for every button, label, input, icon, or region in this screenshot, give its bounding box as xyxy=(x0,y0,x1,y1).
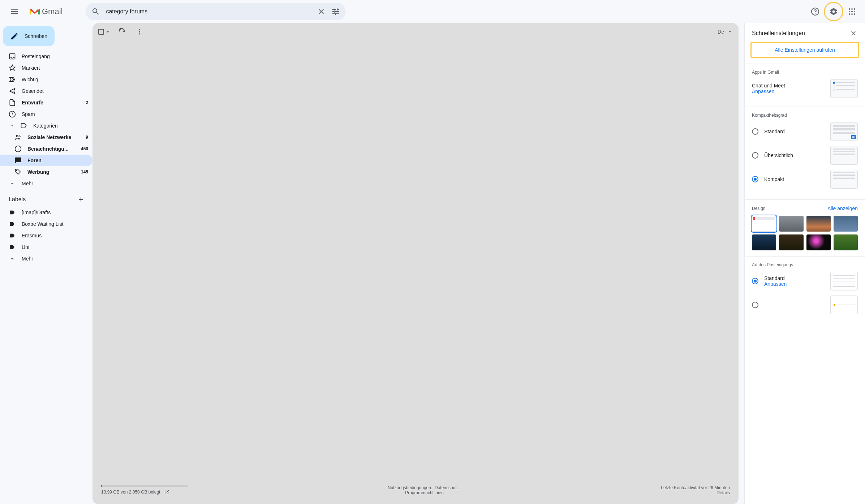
svg-point-2 xyxy=(815,13,815,14)
svg-point-10 xyxy=(851,13,853,15)
sidebar-item-important[interactable]: Wichtig xyxy=(0,74,92,85)
sidebar-item-more[interactable]: Mehr xyxy=(0,178,92,189)
theme-option[interactable] xyxy=(779,216,803,232)
tune-icon xyxy=(331,7,340,16)
theme-option[interactable] xyxy=(806,216,831,232)
tag-icon xyxy=(14,168,22,176)
compose-label: Schreiben xyxy=(25,33,47,39)
gmail-logo[interactable]: Gmail xyxy=(26,7,65,16)
density-standard-thumb: ▦ xyxy=(830,122,858,141)
label-text: Uni xyxy=(22,244,88,250)
radio-icon xyxy=(752,302,758,308)
sidebar-item-label: Entwürfe xyxy=(22,100,80,105)
theme-default[interactable] xyxy=(752,216,776,232)
close-icon xyxy=(317,7,326,16)
header: Gmail xyxy=(0,0,865,23)
sidebar-item-label: Mehr xyxy=(22,256,88,262)
label-item[interactable]: [Imap]/Drafts xyxy=(0,207,92,218)
settings-button[interactable] xyxy=(827,5,840,18)
inbox-standard-option[interactable]: Standard Anpassen xyxy=(752,272,858,290)
svg-point-17 xyxy=(16,170,17,171)
theme-option[interactable] xyxy=(834,216,858,232)
svg-point-9 xyxy=(849,13,850,15)
search-options-button[interactable] xyxy=(328,4,343,19)
design-section-title: Design xyxy=(752,206,765,211)
drafts-icon xyxy=(9,99,16,106)
hamburger-icon xyxy=(10,7,19,16)
label-item[interactable]: Uni xyxy=(0,241,92,253)
sidebar-item-label: Wichtig xyxy=(22,77,88,82)
show-all-themes-link[interactable]: Alle anzeigen xyxy=(827,206,858,211)
label-text: Boxbe Waiting List xyxy=(22,221,88,227)
main-content: De 13,99 GB von 2.050 GB belegt Nut xyxy=(92,23,739,504)
search-button[interactable] xyxy=(89,4,103,19)
label-icon xyxy=(9,244,16,251)
compose-button[interactable]: Schreiben xyxy=(3,26,55,46)
radio-icon xyxy=(752,128,758,135)
density-compact-label: Kompakt xyxy=(764,176,825,182)
sidebar-item-label: Werbung xyxy=(27,169,75,175)
inbox-important-first-option[interactable] xyxy=(752,296,858,314)
theme-grid xyxy=(752,216,858,250)
svg-point-7 xyxy=(851,11,853,12)
sidebar-item-starred[interactable]: Markiert xyxy=(0,62,92,74)
clear-search-button[interactable] xyxy=(314,4,328,19)
sidebar-item-promotions[interactable]: Werbung 145 xyxy=(0,166,92,178)
inbox-standard-thumb xyxy=(830,272,858,290)
density-comfortable-option[interactable]: Übersichtlich xyxy=(752,146,858,165)
chevron-down-icon xyxy=(9,180,16,187)
labels-header: Labels xyxy=(0,189,92,207)
sidebar-item-forums[interactable]: Foren xyxy=(0,155,92,166)
search-icon xyxy=(91,7,100,16)
sidebar-item-spam[interactable]: Spam xyxy=(0,108,92,120)
add-label-button[interactable] xyxy=(75,194,87,205)
inbox-customize-link[interactable]: Anpassen xyxy=(764,281,825,287)
customize-chat-link[interactable]: Anpassen xyxy=(752,89,785,94)
star-icon xyxy=(9,64,16,72)
main-menu-button[interactable] xyxy=(6,3,23,20)
sidebar-item-social[interactable]: Soziale Netzwerke 9 xyxy=(0,132,92,143)
sidebar-item-updates[interactable]: Benachrichtigu... 450 xyxy=(0,143,92,155)
sidebar-item-label: Markiert xyxy=(22,65,88,71)
theme-option[interactable] xyxy=(834,234,858,250)
sidebar-item-label: Gesendet xyxy=(22,88,88,94)
spam-icon xyxy=(9,111,16,118)
sidebar-item-sent[interactable]: Gesendet xyxy=(0,85,92,97)
plus-icon xyxy=(77,196,85,203)
quick-settings-panel: Schnelleinstellungen Alle Einstellungen … xyxy=(744,23,865,504)
close-settings-button[interactable] xyxy=(849,29,858,38)
theme-option[interactable] xyxy=(752,234,776,250)
pencil-icon xyxy=(10,32,19,40)
sidebar-item-label: Soziale Netzwerke xyxy=(27,134,80,140)
labels-title: Labels xyxy=(9,196,26,203)
close-icon xyxy=(850,30,857,37)
apps-button[interactable] xyxy=(845,4,859,19)
search-bar xyxy=(86,3,346,20)
sidebar-item-categories[interactable]: Kategorien xyxy=(0,120,92,132)
density-compact-thumb xyxy=(830,170,858,189)
theme-option[interactable] xyxy=(779,234,803,250)
sidebar-item-inbox[interactable]: Posteingang xyxy=(0,51,92,62)
support-button[interactable] xyxy=(808,4,822,19)
label-icon xyxy=(9,220,16,228)
dim-overlay xyxy=(92,23,739,504)
settings-title: Schnelleinstellungen xyxy=(752,30,805,36)
all-settings-button[interactable]: Alle Einstellungen aufrufen xyxy=(750,42,859,58)
search-input[interactable] xyxy=(103,8,314,15)
density-standard-label: Standard xyxy=(764,129,825,134)
label-item[interactable]: Erasmus xyxy=(0,230,92,241)
sidebar-item-drafts[interactable]: Entwürfe 2 xyxy=(0,97,92,108)
gear-icon xyxy=(829,7,838,16)
tag-icon xyxy=(20,122,27,129)
svg-point-4 xyxy=(851,8,853,10)
density-standard-option[interactable]: Standard ▦ xyxy=(752,122,858,141)
label-item[interactable]: Boxbe Waiting List xyxy=(0,218,92,230)
settings-button-highlight xyxy=(824,2,843,21)
density-compact-option[interactable]: Kompakt xyxy=(752,170,858,189)
gmail-icon xyxy=(29,7,40,16)
important-icon xyxy=(9,76,16,83)
sidebar-item-label: Mehr xyxy=(22,181,88,186)
social-count: 9 xyxy=(86,135,88,140)
labels-more[interactable]: Mehr xyxy=(0,253,92,264)
theme-option[interactable] xyxy=(806,234,831,250)
